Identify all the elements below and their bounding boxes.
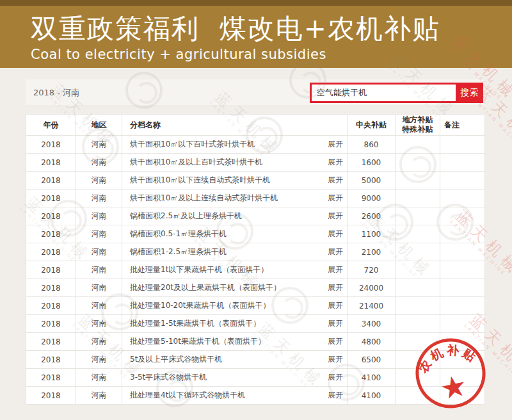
central-subsidy-cell: 5000 [348,172,396,190]
banner-top-strip [0,0,512,6]
local-subsidy-cell [396,261,440,279]
region-cell: 河南 [76,136,122,154]
region-cell: 河南 [76,315,122,333]
local-subsidy-cell [396,136,440,154]
remark-cell [440,387,485,405]
year-region-filter-label: 2018 - 河南 [33,87,79,99]
subsidy-table-panel: 年份 地区 分档名称 中央补贴 地方补贴 特殊补贴 备注 2018 河南 烘干面… [26,114,485,405]
col-header-local-line2: 特殊补贴 [399,125,436,134]
category-cell: 烘干面积10㎡以下连续自动式茶叶烘干机 展开 [122,172,348,190]
category-cell: 批处理量5-10t果蔬烘干机（表面烘干） 展开 [122,333,348,351]
table-row: 2018 河南 批处理量20t及以上果蔬烘干机（表面烘干） 展开 24000 [26,279,485,297]
remark-cell [440,297,485,315]
local-subsidy-cell [396,333,440,351]
central-subsidy-cell: 1600 [348,154,396,172]
expand-link[interactable]: 展开 [328,336,343,347]
category-label: 烘干面积10㎡以下百叶式茶叶烘干机 [130,139,255,150]
local-subsidy-cell [396,369,440,387]
year-cell: 2018 [26,207,76,225]
expand-link[interactable]: 展开 [328,372,343,383]
table-row: 2018 河南 批处理量10-20t果蔬烘干机（表面烘干） 展开 21400 [26,297,485,315]
central-subsidy-cell: 2100 [348,243,396,261]
category-cell: 批处理量20t及以上果蔬烘干机（表面烘干） 展开 [122,279,348,297]
local-subsidy-cell [396,279,440,297]
expand-link[interactable]: 展开 [328,246,343,257]
expand-link[interactable]: 展开 [328,354,343,365]
expand-link[interactable]: 展开 [328,139,343,150]
central-subsidy-cell: 2600 [348,207,396,225]
category-cell: 批处理量1t以下果蔬烘干机（表面烘干） 展开 [122,261,348,279]
expand-link[interactable]: 展开 [328,318,343,329]
remark-cell [440,154,485,172]
remark-cell [440,136,485,154]
category-cell: 烘干面积10㎡以下百叶式茶叶烘干机 展开 [122,136,348,154]
region-cell: 河南 [76,172,122,190]
table-body: 2018 河南 烘干面积10㎡以下百叶式茶叶烘干机 展开 860 2018 河南… [26,136,485,405]
region-cell: 河南 [76,243,122,261]
search-button[interactable]: 搜索 [456,83,483,103]
region-cell: 河南 [76,387,122,405]
central-subsidy-cell: 4100 [348,387,396,405]
expand-link[interactable]: 展开 [328,229,343,239]
year-cell: 2018 [26,261,76,279]
category-cell: 烘干面积10㎡及以上百叶式茶叶烘干机 展开 [122,154,348,172]
year-cell: 2018 [26,225,76,243]
category-label: 锅槽面积2.5㎡及以上理条烘干机 [130,211,242,222]
expand-link[interactable]: 展开 [328,390,343,401]
local-subsidy-cell [396,387,440,405]
category-cell: 烘干面积10㎡及以上连续自动式茶叶烘干机 展开 [122,190,348,207]
col-header-category: 分档名称 [122,115,348,136]
remark-cell [440,369,485,387]
central-subsidy-cell: 3400 [348,315,396,333]
expand-link[interactable]: 展开 [328,211,343,222]
region-cell: 河南 [76,190,122,207]
category-label: 烘干面积10㎡以下连续自动式茶叶烘干机 [130,175,270,186]
region-cell: 河南 [76,154,122,172]
table-row: 2018 河南 烘干面积10㎡及以上百叶式茶叶烘干机 展开 1600 [26,154,485,172]
table-row: 2018 河南 批处理量1-5t果蔬烘干机（表面烘干） 展开 3400 [26,315,485,333]
year-cell: 2018 [26,190,76,207]
year-cell: 2018 [26,315,76,333]
local-subsidy-cell [396,243,440,261]
category-cell: 锅槽面积1-2.5㎡理条烘干机 展开 [122,243,348,261]
category-label: 锅槽面积0.5-1㎡理条烘干机 [130,229,227,239]
category-cell: 5t及以上平床式谷物烘干机 展开 [122,351,348,369]
expand-link[interactable]: 展开 [328,282,343,293]
central-subsidy-cell: 21400 [348,297,396,315]
central-subsidy-cell: 24000 [348,279,396,297]
category-label: 5t及以上平床式谷物烘干机 [130,354,222,365]
page-title: 双重政策福利 煤改电+农机补贴 [31,12,512,45]
category-label: 批处理量1-5t果蔬烘干机（表面烘干） [130,318,260,329]
col-header-region: 地区 [76,115,122,136]
expand-link[interactable]: 展开 [328,193,343,204]
banner: 双重政策福利 煤改电+农机补贴 Coal to electricity + ag… [0,6,512,68]
region-cell: 河南 [76,279,122,297]
toolbar: 2018 - 河南 搜索 [26,79,485,106]
expand-link[interactable]: 展开 [328,300,343,311]
year-cell: 2018 [26,351,76,369]
category-label: 批处理量4t以下循环式谷物烘干机 [130,390,245,401]
col-header-year: 年份 [26,115,76,136]
expand-link[interactable]: 展开 [328,175,343,186]
search-input[interactable] [310,83,456,103]
expand-link[interactable]: 展开 [328,157,343,168]
table-row: 2018 河南 批处理量1t以下果蔬烘干机（表面烘干） 展开 720 [26,261,485,279]
year-cell: 2018 [26,243,76,261]
year-cell: 2018 [26,136,76,154]
year-cell: 2018 [26,369,76,387]
remark-cell [440,207,485,225]
region-cell: 河南 [76,333,122,351]
region-cell: 河南 [76,225,122,243]
year-cell: 2018 [26,279,76,297]
expand-link[interactable]: 展开 [328,264,343,275]
col-header-central-subsidy: 中央补贴 [348,115,396,136]
table-row: 2018 河南 批处理量5-10t果蔬烘干机（表面烘干） 展开 4800 [26,333,485,351]
central-subsidy-cell: 4800 [348,333,396,351]
local-subsidy-cell [396,154,440,172]
remark-cell [440,351,485,369]
category-label: 锅槽面积1-2.5㎡理条烘干机 [130,246,227,257]
table-row: 2018 河南 锅槽面积1-2.5㎡理条烘干机 展开 2100 [26,243,485,261]
table-row: 2018 河南 锅槽面积0.5-1㎡理条烘干机 展开 1100 [26,225,485,243]
region-cell: 河南 [76,369,122,387]
category-cell: 批处理量1-5t果蔬烘干机（表面烘干） 展开 [122,315,348,333]
